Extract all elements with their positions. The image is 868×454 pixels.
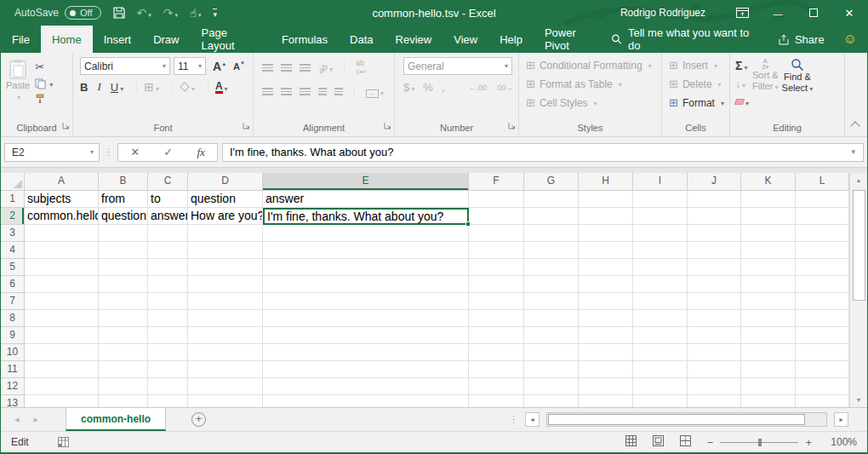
cell-E3[interactable] (263, 225, 469, 242)
cell-J3[interactable] (688, 225, 741, 242)
format-as-table-dropdown[interactable] (617, 77, 622, 92)
macro-record-button[interactable] (58, 437, 69, 447)
zoom-in-button[interactable] (805, 436, 812, 449)
merge-center-button[interactable]: ↔ (366, 83, 384, 99)
cell-L8[interactable] (796, 310, 849, 327)
cell-K9[interactable] (741, 327, 796, 344)
sheetbar-resize-handle[interactable] (509, 414, 518, 425)
row-header-9[interactable]: 9 (1, 327, 25, 344)
increase-font-size-button[interactable]: A▲ (213, 60, 226, 73)
cell-F5[interactable] (469, 259, 524, 276)
alignment-dialog-launcher[interactable] (384, 118, 391, 133)
cell-I1[interactable] (633, 191, 688, 208)
cell-D7[interactable] (188, 293, 263, 310)
cell-styles-dropdown[interactable] (592, 95, 597, 111)
cell-H4[interactable] (579, 242, 633, 259)
column-header-B[interactable]: B (99, 173, 148, 191)
column-header-C[interactable]: C (148, 173, 188, 191)
row-header-8[interactable]: 8 (1, 310, 25, 327)
cell-K6[interactable] (741, 276, 796, 293)
cell-H5[interactable] (579, 259, 633, 276)
cell-G4[interactable] (524, 242, 579, 259)
tell-me-search[interactable]: Tell me what you want to do (611, 26, 756, 53)
align-center-icon[interactable] (281, 88, 292, 95)
cell-J5[interactable] (688, 259, 741, 276)
cell-A9[interactable] (25, 327, 99, 344)
cell-E1[interactable]: answer (263, 191, 469, 208)
minimize-button[interactable] (760, 0, 796, 26)
cell-G5[interactable] (524, 259, 579, 276)
cell-C11[interactable] (148, 361, 188, 378)
cell-B8[interactable] (99, 310, 148, 327)
cell-D1[interactable]: question (188, 191, 263, 208)
cell-I6[interactable] (633, 276, 688, 293)
tab-formulas[interactable]: Formulas (271, 26, 339, 53)
cell-J8[interactable] (688, 310, 741, 327)
cell-B2[interactable]: question (99, 208, 148, 225)
cell-F2[interactable] (469, 208, 524, 225)
cell-I3[interactable] (633, 225, 688, 242)
vertical-scrollbar[interactable] (849, 173, 867, 407)
cell-A5[interactable] (25, 259, 99, 276)
cell-F9[interactable] (469, 327, 524, 344)
column-header-J[interactable]: J (688, 173, 741, 191)
undo-dropdown[interactable] (148, 6, 151, 20)
font-color-dropdown[interactable] (223, 81, 228, 94)
row-header-1[interactable]: 1 (1, 191, 25, 208)
cell-L9[interactable] (796, 327, 849, 344)
cell-I12[interactable] (633, 378, 688, 395)
autosum-button[interactable]: Σ (735, 59, 749, 72)
cell-D2[interactable]: How are you? (188, 208, 263, 225)
cell-L12[interactable] (796, 378, 849, 395)
horizontal-scrollbar-thumb[interactable] (548, 414, 805, 425)
cell-D13[interactable] (188, 395, 263, 407)
cell-I11[interactable] (633, 361, 688, 378)
format-painter-button[interactable] (35, 94, 53, 104)
cell-K4[interactable] (741, 242, 796, 259)
tab-help[interactable]: Help (488, 26, 534, 53)
tab-draw[interactable]: Draw (142, 26, 190, 53)
zoom-slider-thumb[interactable] (758, 439, 762, 446)
zoom-level[interactable]: 100% (828, 436, 857, 448)
cell-H1[interactable] (579, 191, 633, 208)
cell-D9[interactable] (188, 327, 263, 344)
previous-sheet-icon[interactable] (14, 414, 20, 425)
cell-F4[interactable] (469, 242, 524, 259)
cell-H11[interactable] (579, 361, 633, 378)
cell-I10[interactable] (633, 344, 688, 361)
cell-C3[interactable] (148, 225, 188, 242)
delete-cells-button[interactable]: Delete (669, 77, 729, 92)
select-all-corner[interactable] (1, 173, 25, 191)
underline-dropdown[interactable] (118, 81, 123, 94)
cell-K12[interactable] (741, 378, 796, 395)
clipboard-dialog-launcher[interactable] (62, 118, 70, 133)
accounting-dropdown[interactable] (409, 81, 414, 94)
cell-G10[interactable] (524, 344, 579, 361)
autosum-dropdown[interactable] (742, 59, 747, 72)
align-top-icon[interactable] (262, 64, 273, 72)
cell-B9[interactable] (99, 327, 148, 344)
row-header-2[interactable]: 2 (1, 208, 25, 225)
orientation-button[interactable]: ab (318, 60, 333, 75)
clear-button[interactable] (735, 95, 749, 108)
cell-D10[interactable] (188, 344, 263, 361)
find-select-button[interactable]: Find & Select (782, 57, 814, 121)
cell-G11[interactable] (524, 361, 579, 378)
cell-D5[interactable] (188, 259, 263, 276)
fill-color-dropdown[interactable] (190, 81, 195, 94)
insert-cells-dropdown[interactable] (712, 58, 717, 73)
row-header-12[interactable]: 12 (1, 378, 25, 395)
cell-I5[interactable] (633, 259, 688, 276)
tab-data[interactable]: Data (339, 26, 384, 53)
column-header-H[interactable]: H (579, 173, 633, 191)
cell-H10[interactable] (579, 344, 633, 361)
cell-L13[interactable] (796, 395, 849, 407)
fill-handle[interactable] (465, 221, 471, 227)
increase-decimal-button[interactable]: ←.00 (468, 83, 487, 92)
align-right-icon[interactable] (300, 88, 311, 95)
cell-F7[interactable] (469, 293, 524, 310)
touch-mode-dropdown[interactable] (198, 6, 202, 20)
cell-A7[interactable] (25, 293, 99, 310)
cell-H9[interactable] (579, 327, 633, 344)
formula-input[interactable]: I'm fine, thanks. What about you? (222, 143, 864, 162)
